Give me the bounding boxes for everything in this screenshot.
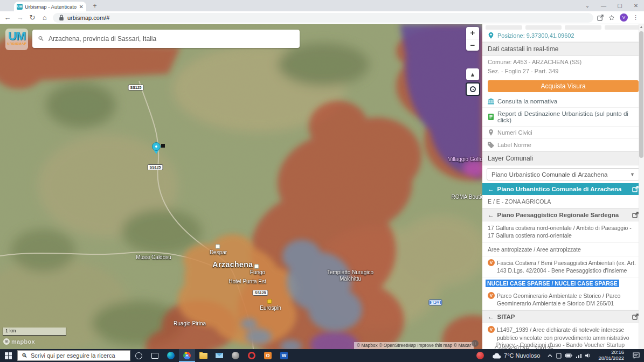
orange-app-button[interactable]: O	[260, 349, 276, 362]
highlighted-selection: NUCLEI CASE SPARSE / NUCLEI CASE SPARSE	[482, 277, 644, 289]
clock-date: 28/01/2022	[598, 356, 624, 361]
compass-button[interactable]: ▲	[466, 68, 479, 80]
footer-links[interactable]: Privacy - Condizioni d'uso - Bando Vouch…	[482, 342, 639, 348]
poi-label-fungo: Fungo	[250, 269, 265, 275]
cloud-icon	[493, 353, 501, 359]
home-icon[interactable]: ⌂	[40, 13, 49, 22]
label-norme-toggle[interactable]: Label Norme	[482, 139, 644, 151]
poi-label-ruagio: Ruagio Pirina	[174, 321, 206, 326]
word-button[interactable]: W	[276, 349, 292, 362]
profile-avatar[interactable]: V	[620, 13, 628, 22]
mapbox-logo[interactable]: m mapbox	[3, 338, 35, 345]
url-bar[interactable]: urbismap.com/#	[53, 13, 593, 23]
mapbox-icon: m	[3, 338, 10, 345]
mail-button[interactable]	[211, 349, 227, 362]
volume-icon[interactable]	[585, 353, 591, 358]
ppr-item: 17 Gallura costiera nord-orientale / Amb…	[482, 221, 644, 242]
new-tab-button[interactable]: +	[91, 2, 99, 11]
file-explorer-button[interactable]	[195, 349, 211, 362]
urbismap-logo[interactable]: UM URBISMAP	[5, 29, 28, 50]
tablet-icon[interactable]	[556, 353, 562, 359]
tray-chevron-icon[interactable]	[548, 354, 552, 357]
task-view-button[interactable]	[147, 349, 163, 362]
sidebar-top-strip	[482, 24, 644, 30]
window-maximize-button[interactable]: ▢	[612, 0, 628, 11]
poi-label-mussi: Mussi Caldosu	[136, 254, 171, 260]
opera-button[interactable]	[244, 349, 260, 362]
road-shield: SS125	[128, 85, 143, 90]
tab-close-icon[interactable]: ✕	[79, 4, 84, 10]
sidebar-scrollbar[interactable]: ▲	[639, 24, 644, 349]
zoom-out-button[interactable]: −	[466, 39, 479, 51]
taskbar-clock[interactable]: 20:16 28/01/2022	[594, 350, 628, 361]
back-arrow-icon[interactable]	[488, 314, 494, 320]
window-minimize-button[interactable]: —	[595, 0, 612, 11]
forward-icon[interactable]: →	[16, 13, 24, 22]
layer-comunali-header: Layer Comunali	[482, 151, 644, 165]
attribution-info-icon[interactable]: i	[472, 340, 479, 347]
vincolo-icon: V	[488, 326, 495, 333]
word-icon: W	[280, 352, 288, 359]
ppr-item: V Fascia Costiera / Beni Paesaggistici A…	[482, 256, 644, 277]
scrollbar-thumb[interactable]	[639, 31, 643, 158]
back-arrow-icon[interactable]	[488, 186, 494, 192]
numeri-civici-label: Numeri Civici	[497, 129, 532, 136]
external-link-icon[interactable]	[632, 212, 639, 218]
share-icon[interactable]	[597, 15, 604, 21]
poi-label-tempietto: Tempietto Nuragico Malchittu	[326, 269, 375, 282]
map-canvas[interactable]: UM URBISMAP 🔍︎ + − ▲ SS125 SS125 SS125 S…	[0, 24, 482, 349]
chrome-taskbar-button[interactable]	[179, 349, 195, 362]
map-attribution[interactable]: © Mapbox © OpenStreetMap Improve this ma…	[354, 342, 474, 349]
ppr-section-header[interactable]: Piano Paesaggistico Regionale Sardegna	[482, 208, 644, 221]
road-shield: SS125	[252, 290, 268, 296]
action-center-icon	[633, 352, 640, 359]
puc-header-label: Piano Urbanistico Comunale di Arzachena	[497, 186, 629, 192]
layer-select[interactable]: Piano Urbanistico Comunale di Arzachena …	[487, 168, 640, 180]
battery-icon[interactable]	[565, 353, 572, 358]
back-icon[interactable]: ←	[3, 13, 12, 22]
start-button[interactable]	[0, 349, 16, 362]
scroll-up-icon[interactable]: ▲	[639, 25, 643, 29]
poi-label-despar: Despar	[210, 249, 227, 255]
sitap-section-header[interactable]: SITAP	[482, 310, 644, 323]
map-search-input[interactable]	[49, 35, 294, 43]
numeri-civici-toggle[interactable]: Numeri Civici	[482, 127, 644, 139]
action-center-button[interactable]	[628, 349, 644, 362]
ppr-item: V Parco Geominerario Ambientale e Storic…	[482, 289, 644, 310]
cortana-button[interactable]	[130, 349, 147, 362]
back-arrow-icon[interactable]	[488, 212, 494, 218]
gimp-button[interactable]	[227, 349, 244, 362]
poi-icon-fungo	[254, 264, 259, 269]
network-icon[interactable]	[576, 353, 581, 358]
geolocate-button[interactable]	[466, 82, 480, 96]
opera-icon	[248, 352, 255, 359]
report-link[interactable]: Report di Destinazione Urbanistica (sul …	[482, 108, 644, 127]
zoom-in-button[interactable]: +	[466, 27, 479, 39]
taskbar-search-box[interactable]: 🔍︎ Scrivi qui per eseguire la ricerca	[17, 350, 130, 361]
edge-icon	[167, 352, 175, 359]
puc-section-header[interactable]: Piano Urbanistico Comunale di Arzachena	[482, 183, 644, 195]
acquista-visura-button[interactable]: Acquista Visura	[488, 80, 639, 92]
window-close-button[interactable]: ✕	[628, 0, 644, 11]
vincolo-icon: V	[488, 292, 495, 299]
normativa-link[interactable]: Consulta la normativa	[482, 95, 644, 108]
report-document-icon	[488, 114, 494, 120]
external-link-icon[interactable]	[632, 314, 639, 320]
reload-icon[interactable]: ↻	[28, 13, 37, 22]
weather-widget[interactable]: 7°C Nuvoloso	[488, 352, 544, 359]
browser-tab[interactable]: UM Urbismap - Autenticato come st ✕	[14, 2, 86, 11]
map-search-box[interactable]: 🔍︎	[32, 30, 300, 48]
tab-search-icon[interactable]: ⌄	[579, 0, 595, 11]
poi-label-eurospin: Eurospin	[260, 305, 281, 311]
tray-red-app-button[interactable]	[472, 349, 488, 362]
road-shield: SS125	[147, 164, 163, 170]
zoom-control: + −	[466, 27, 479, 51]
external-link-icon[interactable]	[632, 186, 639, 192]
tag-icon	[488, 142, 494, 148]
label-norme-label: Label Norme	[497, 142, 531, 148]
comune-line: Comune: A453 - ARZACHENA (SS)	[482, 56, 644, 68]
bookmark-star-icon[interactable]	[608, 15, 615, 21]
edge-taskbar-button[interactable]	[163, 349, 179, 362]
task-view-icon	[151, 353, 158, 359]
menu-kebab-icon[interactable]: ⋮	[633, 14, 639, 21]
